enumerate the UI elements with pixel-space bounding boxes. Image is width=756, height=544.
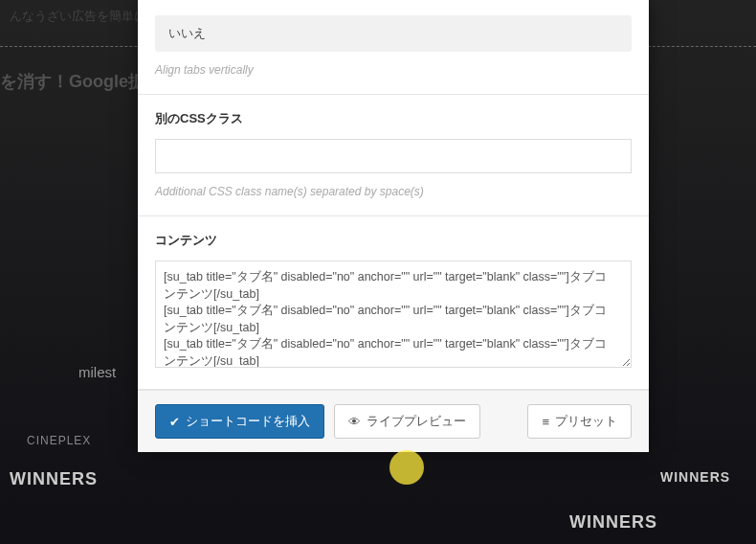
- align-tabs-help: Align tabs vertically: [155, 63, 632, 77]
- bg-heading-text: を消す！Google拡: [0, 70, 145, 93]
- insert-shortcode-button[interactable]: ✔ ショートコードを挿入: [155, 404, 324, 439]
- css-class-section: 別のCSSクラス Additional CSS class name(s) se…: [138, 95, 649, 216]
- preset-label: プリセット: [555, 413, 617, 430]
- bg-winners-left: WINNERS: [10, 469, 98, 489]
- align-tabs-section: いいえ Align tabs vertically: [138, 0, 649, 95]
- shortcode-modal: いいえ Align tabs vertically 別のCSSクラス Addit…: [138, 0, 649, 452]
- bg-partial-text: んなうざい広告を簡単にシ: [10, 8, 159, 25]
- css-class-label: 別のCSSクラス: [155, 110, 632, 127]
- eye-icon: 👁: [348, 415, 361, 429]
- bg-cineplex-text: CINEPLEX: [27, 434, 91, 447]
- insert-label: ショートコードを挿入: [186, 413, 310, 430]
- check-icon: ✔: [169, 415, 180, 429]
- align-tabs-select[interactable]: いいえ: [155, 15, 632, 52]
- content-label: コンテンツ: [155, 232, 632, 249]
- bg-milestone-text: milest: [78, 364, 116, 380]
- menu-icon: ≡: [542, 415, 549, 429]
- live-preview-button[interactable]: 👁 ライブプレビュー: [334, 404, 480, 439]
- content-section: コンテンツ: [138, 216, 649, 390]
- preview-label: ライブプレビュー: [367, 413, 466, 430]
- css-class-help: Additional CSS class name(s) separated b…: [155, 185, 632, 198]
- css-class-input[interactable]: [155, 139, 632, 173]
- modal-footer: ✔ ショートコードを挿入 👁 ライブプレビュー ≡ プリセット: [138, 390, 649, 452]
- preset-button[interactable]: ≡ プリセット: [527, 404, 632, 439]
- content-textarea[interactable]: [155, 261, 632, 368]
- bg-winners-right: WINNERS: [569, 512, 657, 533]
- bg-winners-far-right: WINNERS: [660, 469, 730, 485]
